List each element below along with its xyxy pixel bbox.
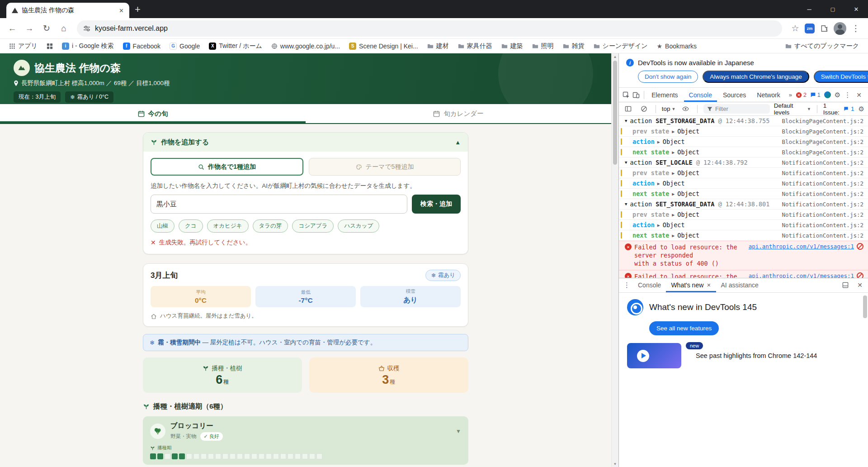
collapse-triangle-icon[interactable]: ▼ bbox=[625, 160, 627, 165]
bookmark-item[interactable]: i i - Google 検索 bbox=[58, 41, 118, 52]
tab-network[interactable]: Network bbox=[752, 88, 785, 102]
request-source-link[interactable]: api.anthropic.com/v1/messages:1 bbox=[749, 272, 854, 278]
forward-button[interactable]: → bbox=[22, 21, 37, 36]
drawer-scrollbar-thumb[interactable] bbox=[863, 295, 867, 318]
source-link[interactable]: BlockingPageContent.js:2 bbox=[782, 138, 863, 145]
switch-japanese-button[interactable]: Switch DevTools to Japanese bbox=[814, 71, 868, 83]
console-log-row[interactable]: next state▶Object BlockingPageContent.js… bbox=[619, 147, 868, 157]
log-levels-selector[interactable]: Default levels▼ bbox=[774, 102, 811, 116]
console-log-row[interactable]: prev state▶Object NotificationContent.js… bbox=[619, 168, 868, 178]
console-log-row[interactable]: next state▶Object NotificationContent.js… bbox=[619, 230, 868, 241]
back-button[interactable]: ← bbox=[5, 21, 20, 36]
bookmark-item[interactable]: www.google.co.jp/u... bbox=[268, 41, 344, 51]
expand-chevron-icon[interactable]: ▼ bbox=[456, 428, 461, 434]
bookmark-item[interactable]: G Google bbox=[166, 41, 203, 51]
source-link[interactable]: NotificationContent.js:2 bbox=[782, 211, 863, 218]
settings-gear-icon[interactable]: ⚙ bbox=[835, 91, 840, 99]
suggestion-chip[interactable]: クコ bbox=[179, 219, 203, 233]
drawer-tab-ai-assistance[interactable]: AI assistance bbox=[716, 278, 764, 292]
device-toolbar-icon[interactable] bbox=[632, 89, 641, 101]
devtools-menu-icon[interactable]: ⋮ bbox=[844, 91, 851, 99]
bookmark-star-icon[interactable]: ☆ bbox=[788, 21, 803, 36]
suggestion-chip[interactable]: 山椒 bbox=[151, 219, 175, 233]
source-link[interactable]: NotificationContent.js:2 bbox=[782, 170, 863, 176]
see-all-features-button[interactable]: See all new features bbox=[649, 321, 719, 335]
close-button[interactable]: ✕ bbox=[844, 0, 868, 18]
bookmark-item[interactable]: ★ Bookmarks bbox=[653, 41, 701, 51]
collapse-triangle-icon[interactable]: ▼ bbox=[625, 119, 627, 123]
console-sidebar-icon[interactable] bbox=[623, 103, 634, 115]
all-bookmarks-button[interactable]: すべてのブックマーク bbox=[782, 41, 863, 52]
request-source-link[interactable]: api.anthropic.com/v1/messages:1 bbox=[749, 243, 854, 250]
console-log-row[interactable]: action▶Object NotificationContent.js:2 bbox=[619, 178, 868, 189]
search-add-button[interactable]: 検索・追加 bbox=[412, 195, 461, 214]
suggestion-chip[interactable]: コシアブラ bbox=[292, 219, 334, 233]
tab-elements[interactable]: Elements bbox=[646, 88, 683, 102]
status-icon[interactable] bbox=[824, 91, 831, 98]
mode-single-button[interactable]: 作物名で1種追加 bbox=[151, 158, 303, 176]
console-log-row[interactable]: prev state▶Object BlockingPageContent.js… bbox=[619, 126, 868, 137]
devtools-close-icon[interactable]: ✕ bbox=[854, 91, 863, 99]
console-settings-icon[interactable]: ⚙ bbox=[859, 105, 864, 113]
suggestion-chip[interactable]: タラの芽 bbox=[253, 219, 288, 233]
page-scrollbar[interactable]: ▲ ▼ bbox=[611, 53, 618, 467]
bookmark-folder[interactable]: 建築 bbox=[498, 41, 527, 52]
bookmark-folder[interactable]: 家具什器 bbox=[454, 41, 496, 52]
expand-triangle-icon[interactable]: ▶ bbox=[672, 191, 675, 196]
menu-kebab-icon[interactable]: ⋮ bbox=[848, 21, 863, 36]
source-link[interactable]: BlockingPageContent.js:2 bbox=[782, 128, 863, 135]
error-count-badge[interactable]: 2 bbox=[796, 92, 807, 98]
console-group-header[interactable]: ▼ action SET_STORAGE_DATA @ 12:44:38.801… bbox=[619, 199, 868, 210]
source-link[interactable]: NotificationContent.js:2 bbox=[782, 180, 863, 187]
highlights-item[interactable]: new See past highlights from Chrome 142-… bbox=[627, 343, 860, 368]
crop-card-broccoli[interactable]: ブロッコリー 野菜・実物 ✓ 良好 ▼ 播種期 bbox=[143, 416, 468, 465]
console-error-row[interactable]: ✕ Failed to load resource: the server re… bbox=[619, 270, 868, 278]
issues-link[interactable]: 1 Issue: 1 bbox=[823, 102, 854, 116]
scroll-down-icon[interactable]: ▼ bbox=[612, 461, 618, 467]
profile-avatar[interactable] bbox=[834, 22, 846, 35]
filter-input[interactable] bbox=[715, 105, 760, 112]
reload-button[interactable]: ↻ bbox=[39, 21, 54, 36]
play-icon[interactable] bbox=[637, 350, 649, 362]
tab-console[interactable]: Console bbox=[684, 88, 717, 102]
expand-triangle-icon[interactable]: ▶ bbox=[672, 171, 675, 176]
console-filter-field[interactable] bbox=[703, 104, 770, 114]
expand-triangle-icon[interactable]: ▶ bbox=[672, 233, 675, 238]
console-error-row[interactable]: ✕ Failed to load resource: the server re… bbox=[619, 241, 868, 270]
console-group-header[interactable]: ▼ action SET_LOCALE @ 12:44:38.792 Notif… bbox=[619, 157, 868, 168]
tab-season-calendar[interactable]: 旬カレンダー bbox=[306, 104, 611, 123]
drawer-tab-whats-new[interactable]: What's new ✕ bbox=[666, 278, 716, 292]
add-crop-header[interactable]: 作物を追加する ▲ bbox=[143, 133, 468, 152]
inspect-element-icon[interactable] bbox=[622, 89, 631, 101]
bookmark-folder[interactable]: 照明 bbox=[528, 41, 557, 52]
bookmark-folder[interactable]: 建材 bbox=[424, 41, 453, 52]
tab-sources[interactable]: Sources bbox=[718, 88, 751, 102]
dont-show-again-button[interactable]: Don't show again bbox=[638, 71, 698, 83]
drawer-tab-console[interactable]: Console bbox=[633, 278, 666, 292]
source-link[interactable]: NotificationContent.js:2 bbox=[782, 191, 863, 197]
scrollbar-thumb[interactable] bbox=[613, 61, 617, 165]
maximize-button[interactable]: ▢ bbox=[821, 0, 844, 18]
suggestion-chip[interactable]: ハスカップ bbox=[338, 219, 379, 233]
scroll-up-icon[interactable]: ▲ bbox=[612, 53, 618, 60]
expand-drawer-icon[interactable] bbox=[839, 279, 852, 291]
bookmark-item-grid[interactable] bbox=[43, 42, 57, 51]
clear-console-icon[interactable] bbox=[638, 103, 649, 115]
match-language-button[interactable]: Always match Chrome's language bbox=[703, 71, 809, 83]
browser-tab[interactable]: 協生農法 作物の森 ✕ bbox=[6, 3, 129, 18]
close-tab-icon[interactable]: ✕ bbox=[707, 282, 711, 288]
more-tabs-icon[interactable]: » bbox=[786, 91, 795, 98]
bookmark-item[interactable]: S Scene Design | Kei... bbox=[345, 41, 421, 51]
home-button[interactable]: ⌂ bbox=[56, 21, 71, 36]
source-link[interactable]: NotificationContent.js:2 bbox=[782, 222, 863, 229]
source-link[interactable]: NotificationContent.js:2 bbox=[782, 159, 863, 166]
suggestion-chip[interactable]: オカヒジキ bbox=[207, 219, 249, 233]
source-link[interactable]: BlockingPageContent.js:2 bbox=[782, 118, 863, 124]
bookmark-folder[interactable]: 雑貨 bbox=[559, 41, 588, 52]
expand-triangle-icon[interactable]: ▶ bbox=[657, 223, 660, 228]
extensions-puzzle-icon[interactable] bbox=[816, 21, 832, 36]
source-link[interactable]: NotificationContent.js:2 bbox=[782, 201, 863, 208]
mode-theme-button[interactable]: テーマで5種追加 bbox=[309, 158, 461, 176]
console-group-header[interactable]: ▼ action SET_STORAGE_DATA @ 12:44:38.755… bbox=[619, 116, 868, 126]
console-log-row[interactable]: action▶Object BlockingPageContent.js:2 bbox=[619, 137, 868, 147]
